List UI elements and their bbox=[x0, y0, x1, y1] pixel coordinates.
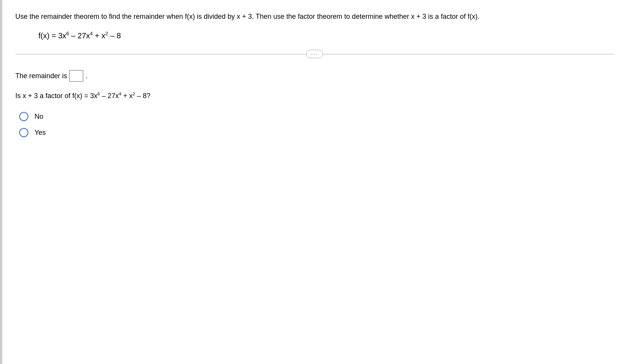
divider-dots: ··· bbox=[306, 50, 323, 58]
factor-question: Is x + 3 a factor of f(x) = 3x6 – 27x4 +… bbox=[15, 91, 614, 101]
answer-options: No Yes bbox=[19, 112, 614, 137]
option-yes[interactable]: Yes bbox=[19, 128, 614, 137]
section-divider: ··· bbox=[15, 49, 614, 59]
option-yes-label: Yes bbox=[35, 129, 46, 137]
factor-q-mid1: – 27x bbox=[100, 92, 119, 100]
formula-end: – 8 bbox=[108, 31, 121, 40]
formula-label: f(x) = 3x bbox=[38, 31, 66, 40]
formula-exp1: 6 bbox=[66, 31, 69, 36]
formula-block: f(x) = 3x6 – 27x4 + x2 – 8 bbox=[38, 30, 614, 42]
question-instruction: Use the remainder theorem to find the re… bbox=[15, 11, 614, 22]
option-no[interactable]: No bbox=[19, 112, 614, 121]
formula-mid1: – 27x bbox=[69, 31, 90, 40]
radio-no[interactable] bbox=[19, 112, 28, 121]
radio-yes[interactable] bbox=[19, 128, 28, 137]
remainder-input[interactable] bbox=[69, 70, 83, 82]
factor-q-mid2: + x bbox=[121, 92, 133, 100]
remainder-line: The remainder is . bbox=[15, 70, 614, 82]
factor-q-end: – 8? bbox=[135, 92, 150, 100]
formula-exp2: 4 bbox=[90, 31, 93, 36]
factor-q-prefix: Is x + 3 a factor of f(x) = 3x bbox=[15, 92, 97, 100]
left-bar bbox=[0, 0, 2, 364]
remainder-prefix: The remainder is bbox=[15, 72, 67, 80]
remainder-period: . bbox=[86, 72, 87, 80]
formula-mid2: + x bbox=[93, 31, 105, 40]
option-no-label: No bbox=[35, 113, 43, 121]
formula-exp3: 2 bbox=[105, 31, 108, 36]
